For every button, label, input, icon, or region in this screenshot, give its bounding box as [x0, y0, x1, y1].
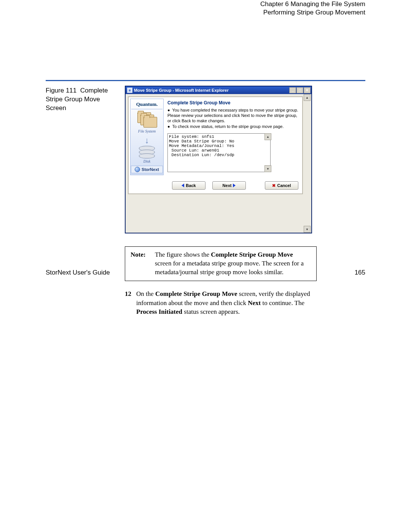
wizard-frame: Quantum. File System ↓	[128, 96, 303, 194]
disk-label: Disk	[143, 159, 150, 163]
footer-left: StorNext User's Guide	[46, 269, 110, 276]
folders-icon	[137, 112, 156, 128]
window-title: Move Stripe Group - Microsoft Internet E…	[134, 88, 289, 93]
figure-caption: Figure 111 Complete Stripe Group Move Sc…	[46, 86, 122, 113]
mono-line: Destination Lun: /dev/sdp	[169, 153, 234, 157]
header-chapter: Chapter 6 Managing the File System	[260, 0, 365, 8]
mono-line: Move Data Stripe Group: No	[169, 139, 234, 144]
wizard-main: Complete Stripe Group Move ● You have co…	[164, 99, 301, 175]
scroll-down-button[interactable]: ▼	[304, 226, 311, 233]
quantum-logo: Quantum.	[131, 101, 162, 109]
maximize-button[interactable]: □	[296, 87, 303, 93]
wizard-title: Complete Stripe Group Move	[167, 100, 298, 105]
file-system-label: File System	[138, 129, 156, 133]
section-rule	[46, 80, 365, 81]
browser-window: e Move Stripe Group - Microsoft Internet…	[125, 86, 312, 233]
close-button[interactable]: ✕	[304, 87, 311, 93]
wizard-sidebar: Quantum. File System ↓	[130, 99, 164, 175]
summary-textbox: File system: snfs1 Move Data Stripe Grou…	[167, 133, 271, 172]
mono-line: Move Metadata/Journal: Yes	[169, 144, 234, 148]
scroll-up-button[interactable]: ▲	[304, 94, 311, 101]
back-button[interactable]: Back	[172, 181, 206, 190]
page-header: Chapter 6 Managing the File System Perfo…	[260, 0, 365, 17]
footer-page-number: 165	[355, 269, 365, 276]
step-number: 12	[125, 289, 136, 316]
wizard-buttons: Back Next ✖ Cancel	[130, 175, 301, 192]
stornext-label: StorNext	[142, 167, 159, 172]
triangle-left-icon	[182, 184, 184, 187]
minimize-button[interactable]: _	[289, 87, 296, 93]
bullet-text: ● You have completed the necessary steps…	[167, 108, 298, 123]
textbox-scroll-down[interactable]: ▼	[264, 165, 271, 172]
x-icon: ✖	[272, 183, 276, 188]
wizard-bullets: ● You have completed the necessary steps…	[167, 108, 298, 129]
mono-line: File system: snfs1	[169, 134, 214, 139]
textbox-scroll-up[interactable]: ▲	[264, 133, 271, 140]
cancel-button[interactable]: ✖ Cancel	[265, 181, 298, 190]
page-footer: StorNext User's Guide 165	[46, 269, 365, 276]
disk-stack-icon	[139, 147, 155, 158]
step-12: 12 On the Complete Stripe Group Move scr…	[125, 289, 318, 316]
stornext-brand: StorNext	[131, 166, 163, 173]
globe-icon	[135, 167, 140, 172]
titlebar: e Move Stripe Group - Microsoft Internet…	[126, 86, 311, 94]
mono-line: Source Lun: arwen01	[169, 148, 219, 153]
arrow-down-icon: ↓	[145, 136, 149, 145]
bullet-text: ● To check move status, return to the st…	[167, 124, 298, 129]
header-section: Performing Stripe Group Movement	[260, 8, 365, 17]
triangle-right-icon	[233, 184, 236, 187]
step-text: On the Complete Stripe Group Move screen…	[136, 289, 318, 316]
figure-number: Figure 111	[46, 87, 76, 94]
next-button[interactable]: Next	[212, 181, 246, 190]
ie-favicon-icon: e	[127, 88, 132, 93]
